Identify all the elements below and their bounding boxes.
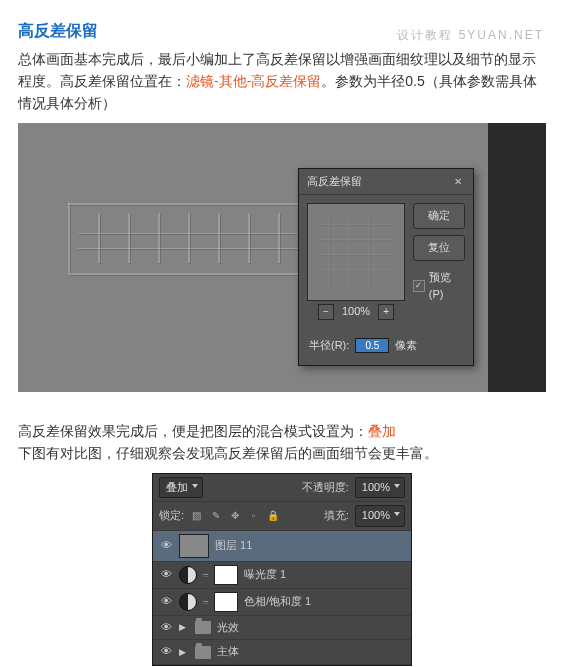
layer-thumbnail [179,534,209,558]
expand-arrow-icon[interactable]: ▶ [179,645,189,659]
etched-text-graphic [68,203,328,293]
dialog-titlebar[interactable]: 高反差保留 ✕ [299,169,473,196]
photoshop-canvas-screenshot: 高反差保留 ✕ [18,123,546,392]
folder-icon [195,646,211,659]
lock-all-icon[interactable]: 🔒 [266,509,279,522]
visibility-icon[interactable]: 👁 [159,566,173,584]
folder-icon [195,621,211,634]
adjustment-icon [179,566,197,584]
group-name: 主体 [217,643,239,661]
layer-group-item[interactable]: 👁 ▶ 光效 [153,616,411,641]
section-paragraph-2: 高反差保留效果完成后，便是把图层的混合模式设置为：叠加 下图有对比图，仔细观察会… [18,420,546,465]
radius-input[interactable] [355,338,389,353]
preview-label: 预览(P) [429,269,465,304]
expand-arrow-icon[interactable]: ▶ [179,620,189,634]
link-icon: ⎓ [203,595,208,609]
layer-item[interactable]: 👁 ⎓ 曝光度 1 [153,562,411,589]
visibility-icon[interactable]: 👁 [159,619,173,637]
visibility-icon[interactable]: 👁 [159,593,173,611]
adjustment-icon [179,593,197,611]
lock-artboard-icon[interactable]: ▫ [247,509,260,522]
layer-group-item[interactable]: 👁 ▶ 主体 [153,640,411,665]
radius-label: 半径(R): [309,337,349,355]
lock-brush-icon[interactable]: ✎ [209,509,222,522]
fill-label: 填充: [324,507,349,525]
radius-unit: 像素 [395,337,417,355]
opacity-label: 不透明度: [302,479,349,497]
mask-thumbnail [214,592,238,612]
opacity-select[interactable]: 100% [355,477,405,499]
ok-button[interactable]: 确定 [413,203,465,229]
group-name: 光效 [217,619,239,637]
blend-mode-select[interactable]: 叠加 [159,477,203,499]
layers-panel: 叠加 不透明度: 100% 锁定: ▧ ✎ ✥ ▫ 🔒 填充: 100% 👁 图… [152,473,412,666]
lock-label: 锁定: [159,507,184,525]
visibility-icon[interactable]: 👁 [159,643,173,661]
layer-item[interactable]: 👁 ⎓ 色相/饱和度 1 [153,589,411,616]
zoom-out-button[interactable]: − [318,304,334,320]
watermark: 设计教程 5YUAN.NET [397,26,544,45]
zoom-in-button[interactable]: + [378,304,394,320]
section-paragraph-1: 总体画面基本完成后，最后小编加上了高反差保留以增强画面细纹理以及细节的显示程度。… [18,48,546,115]
canvas-dark-edge [488,123,546,392]
layer-name: 图层 11 [215,537,252,555]
dialog-title: 高反差保留 [307,173,362,191]
cancel-button[interactable]: 复位 [413,235,465,261]
dialog-preview [307,203,405,301]
lock-transparency-icon[interactable]: ▧ [190,509,203,522]
layer-item-selected[interactable]: 👁 图层 11 [153,531,411,562]
zoom-value: 100% [342,303,370,321]
highlight-menu-path: 滤镜-其他-高反差保留 [186,73,321,89]
layer-name: 曝光度 1 [244,566,286,584]
close-icon[interactable]: ✕ [451,175,465,189]
layer-name: 色相/饱和度 1 [244,593,311,611]
highlight-blend-mode: 叠加 [368,423,396,439]
lock-move-icon[interactable]: ✥ [228,509,241,522]
fill-select[interactable]: 100% [355,505,405,527]
preview-checkbox[interactable]: ✓ [413,280,425,292]
mask-thumbnail [214,565,238,585]
visibility-icon[interactable]: 👁 [159,537,173,555]
high-pass-dialog: 高反差保留 ✕ [298,168,474,366]
link-icon: ⎓ [203,568,208,582]
